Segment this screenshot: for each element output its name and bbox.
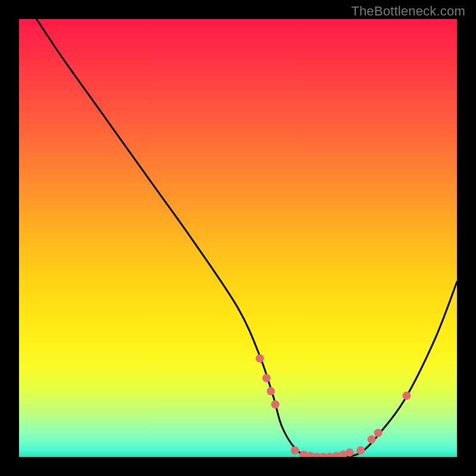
data-marker [374,429,383,437]
data-marker [271,400,280,409]
plot-area [19,19,457,457]
watermark-text: TheBottleneck.com [351,4,465,19]
data-marker [262,374,271,383]
bottleneck-curve [36,19,457,457]
data-marker [346,449,354,457]
data-marker [356,446,365,455]
data-marker [368,436,376,444]
marker-group [256,354,411,457]
chart-svg [19,19,457,457]
data-marker [256,354,264,362]
data-marker [402,392,411,400]
data-marker [267,387,275,396]
data-marker [291,446,299,455]
chart-frame: TheBottleneck.com [0,0,476,476]
